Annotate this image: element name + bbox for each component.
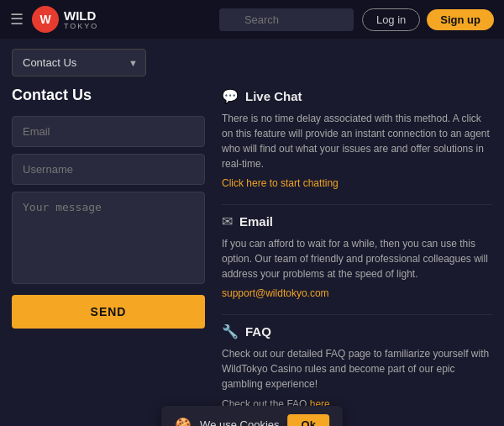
send-button[interactable]: SEND [12,295,205,329]
live-chat-icon: 💬 [222,88,239,104]
logo-text-block: WILD TOKYO [64,9,98,30]
search-wrapper: 🔍 [219,8,354,31]
live-chat-section: 💬 Live Chat There is no time delay assoc… [222,88,492,189]
logo: W WILD TOKYO [32,6,98,33]
cookie-text: We use Cookies [200,418,279,426]
header-left: ☰ W WILD TOKYO [10,6,211,33]
email-field[interactable] [12,116,205,147]
faq-header: 🔧 FAQ [222,323,492,339]
live-chat-title: Live Chat [245,89,302,103]
faq-icon: 🔧 [222,323,239,339]
email-header: ✉ Email [222,213,492,229]
email-icon: ✉ [222,213,233,229]
email-link[interactable]: support@wildtokyo.com [222,287,329,299]
hamburger-icon[interactable]: ☰ [10,10,24,29]
login-button[interactable]: Log in [362,8,420,31]
signup-button[interactable]: Sign up [427,9,494,30]
email-description: If you can afford to wait for a while, t… [222,236,492,281]
faq-title: FAQ [245,324,271,339]
divider-2 [222,314,492,315]
cookie-icon: 🍪 [175,417,192,426]
faq-section: 🔧 FAQ Check out our detailed FAQ page to… [222,323,492,412]
search-input[interactable] [219,8,354,31]
cookie-ok-button[interactable]: Ok [288,414,329,426]
dropdown-wrapper: Contact Us FAQ Support ▼ [12,49,146,76]
logo-main-text: WILD [64,9,98,22]
live-chat-header: 💬 Live Chat [222,88,492,104]
page-title: Contact Us [12,87,205,104]
contact-form-panel: Contact Us SEND [12,87,205,426]
live-chat-link[interactable]: Click here to start chatting [222,177,339,189]
main-content: Contact Us SEND 💬 Live Chat There is no … [0,87,504,426]
logo-sub-text: TOKYO [64,22,98,30]
message-field[interactable] [12,192,205,284]
header-right: Log in Sign up [362,8,494,31]
email-title: Email [239,214,273,229]
nav-bar: Contact Us FAQ Support ▼ [0,39,504,87]
logo-letter: W [39,13,50,26]
cookie-banner: 🍪 We use Cookies Ok [161,406,343,426]
live-chat-description: There is no time delay associated with t… [222,111,492,171]
faq-description: Check out our detailed FAQ page to famil… [222,346,492,392]
email-section: ✉ Email If you can afford to wait for a … [222,213,492,299]
info-panel: 💬 Live Chat There is no time delay assoc… [222,87,492,426]
divider-1 [222,204,492,205]
username-field[interactable] [12,154,205,185]
logo-circle: W [32,6,59,33]
header: ☰ W WILD TOKYO 🔍 Log in Sign up [0,0,504,39]
page-dropdown[interactable]: Contact Us FAQ Support [12,49,146,76]
